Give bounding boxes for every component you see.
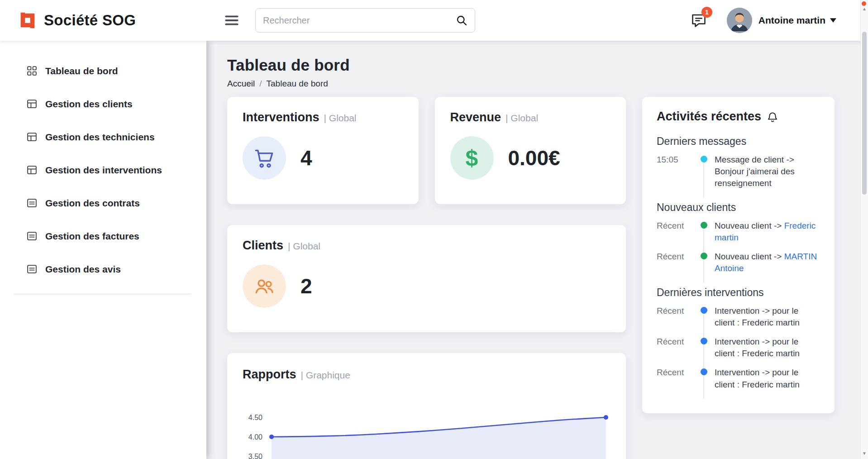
y-tick: 4.00	[243, 427, 268, 447]
rapports-card: Rapports | Graphique 4.50 4.00 3.50	[227, 353, 626, 459]
activity-text-span: Intervention -> pour le client : Frederi…	[715, 306, 800, 327]
timeline-dot	[701, 368, 707, 375]
card-title: Interventions	[243, 110, 320, 124]
sidebar-item-gestion-factures[interactable]: Gestion des factures	[0, 220, 206, 253]
card-scope: | Global	[324, 113, 357, 124]
card-scope: | Global	[506, 113, 538, 124]
page-title: Tableau de bord	[227, 56, 835, 74]
scrollbar-down-arrow[interactable]: ▼	[861, 448, 868, 458]
brand-name: Société SOG	[44, 12, 136, 29]
timeline-dot	[701, 222, 707, 229]
user-name: Antoine martin	[758, 15, 825, 26]
user-avatar[interactable]	[727, 8, 752, 33]
table-icon	[26, 98, 38, 110]
timeline-dot	[701, 253, 707, 259]
activity-item: Récent Intervention -> pour le client : …	[657, 336, 820, 359]
corner-indicator-dot	[862, 1, 866, 6]
timeline-column	[696, 367, 712, 390]
timeline-column	[696, 305, 712, 329]
activity-text: Message de client -> Bonjour j'aimerai d…	[712, 154, 820, 190]
dashboard-grid-icon	[26, 65, 38, 76]
messages-icon[interactable]: 1	[689, 10, 709, 30]
main-content: Tableau de bord Accueil / Tableau de bor…	[206, 41, 868, 459]
scrollbar-thumb[interactable]	[862, 32, 867, 195]
activity-text: Intervention -> pour le client : Frederi…	[712, 367, 820, 390]
vertical-scrollbar[interactable]: ▲ ▼	[860, 0, 868, 459]
card-title: Rapports	[243, 368, 296, 382]
activity-text-span: Intervention -> pour le client : Frederi…	[715, 337, 800, 358]
activity-time: 15:05	[657, 154, 696, 190]
search-icon[interactable]	[453, 11, 471, 29]
sidebar-item-label: Gestion des interventions	[45, 165, 162, 176]
sidebar-item-label: Gestion des clients	[45, 99, 133, 110]
timeline-dot	[701, 307, 707, 314]
breadcrumb-current: Tableau de bord	[267, 79, 328, 89]
sidebar-item-label: Gestion des factures	[45, 231, 139, 242]
card-title: Revenue	[450, 110, 501, 124]
clients-value: 2	[300, 274, 312, 298]
activities-title: Activités récentes	[657, 110, 761, 124]
rapports-chart: 4.50 4.00 3.50	[243, 408, 610, 459]
top-header: Société SOG 1	[0, 0, 868, 41]
sidebar-item-label: Tableau de bord	[45, 66, 118, 76]
activity-item: Récent Nouveau client -> Frederic martin	[657, 220, 820, 244]
activity-group-heading: Derniers messages	[657, 135, 820, 148]
brand[interactable]: Société SOG	[0, 10, 206, 31]
activity-text-span: Intervention -> pour le client : Frederi…	[715, 368, 800, 389]
table-icon	[26, 131, 38, 143]
activity-text: Nouveau client -> MARTIN Antoine	[712, 251, 820, 274]
timeline-column	[696, 220, 712, 244]
activity-time: Récent	[657, 220, 696, 244]
document-lines-icon	[26, 230, 38, 242]
activity-item: Récent Intervention -> pour le client : …	[657, 367, 820, 390]
users-icon	[243, 264, 286, 308]
activity-item: Récent Intervention -> pour le client : …	[657, 305, 820, 329]
timeline-column	[696, 154, 712, 190]
sidebar-divider	[14, 294, 191, 294]
chevron-down-icon	[830, 18, 836, 23]
clients-card: Clients | Global 2	[227, 225, 626, 332]
breadcrumb-home-link[interactable]: Accueil	[227, 79, 255, 89]
activity-text-span: Nouveau client ->	[715, 221, 782, 230]
breadcrumb: Accueil / Tableau de bord	[227, 79, 835, 89]
sidebar-item-tableau-de-bord[interactable]: Tableau de bord	[0, 54, 206, 87]
y-tick: 4.50	[243, 408, 268, 427]
activity-group-heading: Dernières interventions	[657, 287, 820, 299]
user-menu[interactable]: Antoine martin	[758, 15, 836, 26]
timeline-column	[696, 251, 712, 274]
interventions-value: 4	[300, 146, 312, 170]
search-input[interactable]	[255, 8, 475, 33]
activity-text: Intervention -> pour le client : Frederi…	[712, 336, 820, 359]
chart-y-axis: 4.50 4.00 3.50	[243, 408, 268, 459]
interventions-card: Interventions | Global 4	[227, 97, 419, 204]
timeline-column	[696, 336, 712, 359]
revenue-card: Revenue | Global $ 0.00€	[435, 97, 626, 204]
activity-item: Récent Nouveau client -> MARTIN Antoine	[657, 251, 820, 274]
card-scope: | Global	[288, 241, 320, 252]
sidebar-item-label: Gestion des techniciens	[45, 132, 155, 143]
activity-time: Récent	[657, 367, 696, 390]
activity-item: 15:05 Message de client -> Bonjour j'aim…	[657, 154, 820, 190]
activity-group-heading: Nouveaux clients	[657, 201, 820, 214]
hamburger-menu-icon[interactable]	[222, 10, 242, 30]
rapports-chart-svg	[268, 408, 610, 459]
sidebar-item-gestion-contrats[interactable]: Gestion des contrats	[0, 186, 206, 220]
timeline-dot	[701, 156, 707, 163]
table-icon	[26, 164, 38, 176]
timeline-dot	[701, 338, 707, 344]
sidebar-item-label: Gestion des contrats	[45, 198, 140, 209]
sidebar-item-gestion-interventions[interactable]: Gestion des interventions	[0, 153, 206, 186]
y-tick: 3.50	[243, 447, 268, 459]
breadcrumb-separator: /	[259, 79, 262, 89]
document-lines-icon	[26, 263, 38, 275]
brand-logo-icon	[17, 10, 38, 31]
activity-text: Nouveau client -> Frederic martin	[712, 220, 820, 244]
sidebar-item-label: Gestion des avis	[45, 264, 121, 275]
search-bar	[255, 8, 475, 33]
card-scope: | Graphique	[301, 370, 350, 381]
sidebar-item-gestion-avis[interactable]: Gestion des avis	[0, 253, 206, 286]
bell-icon	[767, 111, 778, 123]
header-right-cluster: 1 Antoine martin	[689, 8, 836, 33]
sidebar-item-gestion-clients[interactable]: Gestion des clients	[0, 87, 206, 120]
sidebar-item-gestion-techniciens[interactable]: Gestion des techniciens	[0, 120, 206, 153]
